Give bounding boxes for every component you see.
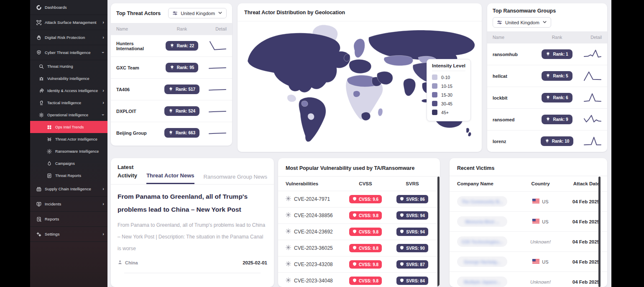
- sidebar-item-ransomware-intelligence[interactable]: Ransomware Intelligence: [30, 145, 107, 157]
- sidebar-item-campaigns[interactable]: Campaigns: [30, 157, 107, 169]
- rank-badge: Rank: 6: [542, 93, 572, 102]
- legend-label: 0-10: [441, 75, 450, 80]
- recent-victims-panel: Recent Victims Company Name Country Atta…: [450, 158, 607, 287]
- chevron-right-icon: ›: [102, 187, 104, 191]
- sidebar-item-attack-surface-management[interactable]: Attack Surface Management›: [30, 15, 107, 30]
- sidebar-item-threat-actor-intelligence[interactable]: Threat Actor Intelligence: [30, 133, 107, 145]
- sidebar-item-ops-intel-trends[interactable]: Ops Intel Trends: [30, 121, 107, 133]
- victim-row[interactable]: Memoria Blvd ...US04 Feb 2025: [450, 211, 607, 231]
- vulnerability-row[interactable]: CVE-2024-23692CVSS: 9.8SVRS: 94: [278, 223, 440, 240]
- threat-actor-row[interactable]: Hunters InternationalRank: 22: [111, 35, 232, 56]
- svrs-badge: SVRS: 90: [396, 244, 428, 252]
- ransomware-group-row[interactable]: lorenzRank: 10: [487, 130, 607, 152]
- victim-row[interactable]: Multiple Japane...Unknown!04 Feb 2025: [450, 272, 607, 287]
- detail-sparkline: [205, 40, 227, 52]
- threat-actor-row[interactable]: DXPLOITRank: 524: [111, 100, 232, 122]
- top-ransomware-groups-panel: Top Ransomware Groups United Kingdom Nam…: [487, 3, 607, 152]
- table-header: Vulnerabilities CVSS SVRS: [278, 177, 440, 191]
- vulnerability-row[interactable]: CVE-2023-43208CVSS: 9.8SVRS: 87: [278, 256, 440, 272]
- sidebar-item-dashboards[interactable]: Dashboards: [30, 0, 107, 15]
- news-article[interactable]: From Panama to Greenland, all of Trump's…: [111, 184, 274, 273]
- attack-date: 04 Feb 2025: [561, 259, 600, 264]
- sidebar-item-label: Vulnerability Intelligence: [47, 77, 104, 81]
- us-flag-icon: [532, 199, 539, 204]
- attack-date: 04 Feb 2025: [561, 199, 600, 204]
- ransomware-group-row[interactable]: hellcatRank: 5: [487, 65, 607, 87]
- attack-date: 04 Feb 2025: [561, 279, 600, 284]
- top-row: Top Threat Actors United Kingdom Name Ra…: [111, 3, 607, 152]
- legend-item: 15-30: [432, 92, 465, 97]
- ransomware-group-row[interactable]: ransomedRank: 9: [487, 108, 607, 130]
- detail-sparkline: [580, 49, 602, 60]
- sidebar-item-settings[interactable]: Settings›: [30, 227, 107, 242]
- sidebar-item-supply-chain-intelligence[interactable]: Supply Chain Intelligence›: [30, 182, 107, 197]
- right-letterbox: [611, 0, 644, 287]
- chevron-right-icon: ›: [102, 20, 104, 25]
- sidebar-item-incidents[interactable]: Incidents›: [30, 197, 107, 212]
- vulnerability-row[interactable]: CVE-2023-36025CVSS: 8.8SVRS: 90: [278, 240, 440, 256]
- detail-sparkline: [580, 70, 602, 82]
- sidebar-item-threat-hunting[interactable]: Threat Hunting: [30, 60, 107, 72]
- latest-activity-panel: Latest Activity Threat Actor News Ransom…: [111, 158, 274, 287]
- col-rank: Rank: [534, 35, 580, 40]
- victim-row[interactable]: The Community B...US04 Feb 2025: [450, 191, 607, 211]
- cvss-badge: CVSS: 9.8: [349, 277, 382, 285]
- legend-title: Intensity Level: [432, 63, 465, 71]
- actor-name: lockbit: [493, 95, 534, 100]
- victim-row[interactable]: George Hartwig...US04 Feb 2025: [450, 251, 607, 272]
- vulnerability-row[interactable]: CVE-2024-7971CVSS: 9.6SVRS: 86: [278, 191, 440, 207]
- flame-icon: [46, 160, 52, 167]
- threat-actor-row[interactable]: GXC TeamRank: 95: [111, 56, 232, 78]
- svrs-badge: SVRS: 94: [396, 228, 428, 236]
- virus-icon: [286, 228, 291, 235]
- rank-star-icon: [546, 95, 550, 100]
- ransomware-group-row[interactable]: ransomhubRank: 1: [487, 43, 607, 65]
- vulnerability-row[interactable]: CVE-2023-34048CVSS: 9.8SVRS: 84: [278, 272, 440, 287]
- threat-actor-row[interactable]: Beijing GroupRank: 663: [111, 122, 232, 144]
- world-map[interactable]: Intensity Level 0-1010-1515-3030-4545+: [238, 21, 482, 147]
- virus-icon: [286, 277, 291, 284]
- vulnerability-row[interactable]: CVE-2024-38856CVSS: 9.8SVRS: 94: [278, 207, 440, 223]
- rank-label: Rank: 9: [553, 117, 568, 122]
- svrs-badge: SVRS: 94: [396, 211, 428, 220]
- scrollbar[interactable]: [598, 177, 601, 287]
- sidebar-item-vulnerability-intelligence[interactable]: Vulnerability Intelligence: [30, 72, 107, 85]
- cve-id: CVE-2024-38856: [294, 213, 333, 218]
- cvss-value: CVSS: 9.8: [359, 213, 378, 218]
- svrs-value: SVRS: 84: [406, 279, 424, 283]
- tab-ransomware-group-news[interactable]: Ransomware Group News: [204, 174, 267, 184]
- chevron-down-icon: [542, 20, 547, 25]
- chevron-down-icon: [218, 10, 222, 16]
- sidebar-item-tactical-intelligence[interactable]: Tactical Intelligence›: [30, 97, 107, 109]
- sidebar-item-cyber-threat-intelligence[interactable]: Cyber Threat Intelligence›: [30, 45, 107, 60]
- sidebar-item-reports[interactable]: Reports: [30, 212, 107, 227]
- detail-sparkline: [205, 84, 227, 95]
- victim-row[interactable]: C2S Technologies...Unknown!04 Feb 2025: [450, 231, 607, 251]
- cvss-badge: CVSS: 9.8: [349, 228, 382, 236]
- article-date: 2025-02-01: [243, 260, 267, 265]
- country-label: Unknown!: [530, 279, 551, 284]
- country-filter-dropdown[interactable]: United Kingdom: [493, 17, 551, 28]
- tab-threat-actor-news[interactable]: Threat Actor News: [146, 172, 194, 184]
- actor-name: Hunters International: [116, 41, 159, 51]
- us-flag-icon: [532, 219, 539, 224]
- sidebar-item-digital-risk-protection[interactable]: Digital Risk Protection›: [30, 30, 107, 45]
- country-filter-dropdown[interactable]: United Kingdom: [168, 8, 227, 18]
- table-header: Company Name Country Attack Date: [450, 176, 607, 191]
- sidebar-item-operational-intelligence[interactable]: Operational Intelligence›: [30, 109, 107, 121]
- rank-label: Rank: 1: [553, 52, 568, 56]
- sidebar-item-threat-reports[interactable]: Threat Reports: [30, 169, 107, 182]
- report-search-icon: [36, 216, 42, 222]
- threat-actor-row[interactable]: TA406Rank: 517: [111, 78, 232, 100]
- legend-label: 45+: [441, 110, 449, 115]
- main-content: Top Threat Actors United Kingdom Name Ra…: [107, 0, 611, 287]
- rank-star-icon: [170, 65, 174, 70]
- scrollbar[interactable]: [437, 177, 440, 287]
- sidebar-item-identity-access-intelligence[interactable]: Identity & Access Intelligence›: [30, 85, 107, 97]
- rank-label: Rank: 10: [552, 139, 570, 144]
- article-headline: From Panama to Greenland, all of Trump's…: [118, 190, 267, 215]
- chevron-down-icon: ›: [101, 114, 106, 116]
- ransomware-group-row[interactable]: lockbitRank: 6: [487, 87, 607, 108]
- detail-sparkline: [580, 136, 602, 147]
- rank-label: Rank: 5: [553, 74, 568, 78]
